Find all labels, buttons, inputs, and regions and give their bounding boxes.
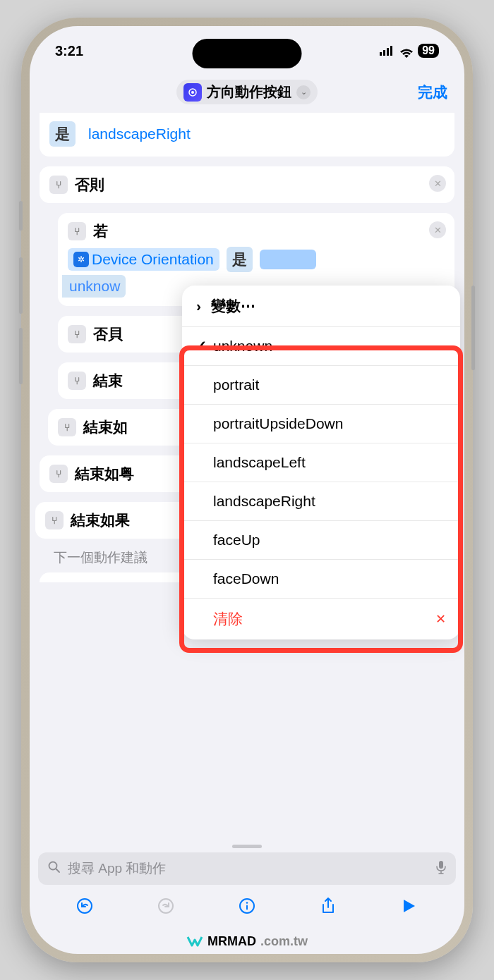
power-button (471, 286, 475, 370)
action-label: 否貝 (93, 324, 123, 344)
action-label: 結束如粤 (75, 464, 134, 484)
condition-token[interactable]: 是 (227, 247, 253, 272)
gear-icon: ✲ (73, 252, 89, 267)
picker-clear-button[interactable]: 清除 ✕ (182, 599, 460, 639)
picker-option[interactable]: portrait (182, 366, 460, 405)
side-button (19, 201, 23, 231)
status-time: 3:21 (55, 43, 83, 59)
shortcut-title-pill[interactable]: 方向動作按鈕 ⌄ (176, 80, 318, 104)
branch-icon: ⑂ (49, 176, 68, 194)
picker-variables-row[interactable]: › 變數⋯ (182, 286, 460, 327)
chevron-right-icon: › (196, 298, 201, 314)
info-button[interactable] (237, 896, 257, 916)
picker-option[interactable]: landscapeRight (182, 482, 460, 521)
action-label: 結束如 (83, 417, 128, 437)
search-icon (48, 861, 61, 877)
dynamic-island (193, 39, 302, 68)
condition-token[interactable]: 是 (49, 121, 76, 147)
svg-rect-8 (439, 861, 443, 869)
svg-rect-3 (390, 46, 392, 56)
phone-frame: 3:21 99 方向動作按鈕 ⌄ 完成 (21, 18, 473, 962)
variable-token[interactable]: ✲ Device Orientation (68, 248, 219, 271)
branch-icon: ⑂ (68, 325, 86, 343)
volume-up-button (19, 257, 23, 314)
battery-badge: 99 (418, 44, 439, 58)
action-card-partial: 是 landscapeRight (40, 113, 454, 157)
branch-icon: ⑂ (45, 511, 64, 529)
value-token[interactable]: landscapeRight (83, 123, 196, 145)
branch-icon: ⑂ (49, 465, 68, 483)
volume-down-button (19, 328, 23, 384)
remove-action-button[interactable]: ✕ (429, 221, 446, 238)
share-button[interactable] (318, 896, 338, 916)
value-placeholder[interactable] (260, 250, 316, 269)
value-picker-popover: › 變數⋯ unknown portrait portraitUpsideDow… (182, 286, 460, 639)
watermark: MRMAD.com.tw (30, 933, 464, 950)
branch-icon: ⑂ (58, 418, 76, 436)
drag-handle[interactable] (232, 845, 262, 848)
undo-button[interactable] (75, 896, 95, 916)
watermark-logo-icon (186, 933, 203, 950)
branch-icon: ⑂ (68, 372, 86, 390)
svg-line-7 (56, 869, 60, 872)
remove-action-button[interactable]: ✕ (429, 175, 446, 192)
svg-rect-0 (380, 52, 382, 56)
action-label: 若 (93, 221, 108, 241)
nav-bar: 方向動作按鈕 ⌄ 完成 (30, 75, 464, 113)
action-label: 結束如果 (71, 510, 130, 530)
close-icon: ✕ (435, 611, 446, 627)
value-token-truncated[interactable]: unknow (62, 275, 126, 298)
search-bar[interactable]: 搜尋 App 和動作 (38, 852, 456, 885)
shortcut-title: 方向動作按鈕 (207, 82, 291, 102)
action-label: 結束 (93, 371, 123, 391)
svg-rect-2 (387, 48, 389, 56)
branch-icon: ⑂ (68, 222, 86, 240)
bottom-toolbar (30, 885, 464, 921)
svg-rect-1 (383, 50, 385, 56)
picker-option[interactable]: unknown (182, 327, 460, 366)
done-button[interactable]: 完成 (418, 82, 447, 102)
phone-screen: 3:21 99 方向動作按鈕 ⌄ 完成 (30, 26, 464, 954)
svg-rect-13 (246, 905, 248, 910)
redo-button (156, 896, 176, 916)
action-label: 否則 (75, 175, 104, 195)
chevron-down-icon[interactable]: ⌄ (296, 85, 311, 99)
picker-option[interactable]: faceUp (182, 521, 460, 560)
wifi-icon (399, 46, 414, 56)
svg-point-6 (49, 862, 57, 869)
microphone-icon[interactable] (436, 860, 446, 878)
cellular-icon (380, 43, 395, 59)
picker-option[interactable]: faceDown (182, 560, 460, 599)
search-placeholder: 搜尋 App 和動作 (68, 859, 166, 878)
play-button[interactable] (399, 896, 419, 916)
svg-point-5 (191, 91, 194, 94)
picker-option[interactable]: landscapeLeft (182, 443, 460, 482)
shortcut-icon (183, 83, 202, 102)
editor-content: 是 landscapeRight ⑂ 否則 ✕ ⑂ 若 ✲ (30, 113, 464, 839)
picker-option[interactable]: portraitUpsideDown (182, 405, 460, 443)
action-card-else[interactable]: ⑂ 否則 ✕ (40, 166, 454, 203)
svg-point-12 (246, 902, 248, 904)
